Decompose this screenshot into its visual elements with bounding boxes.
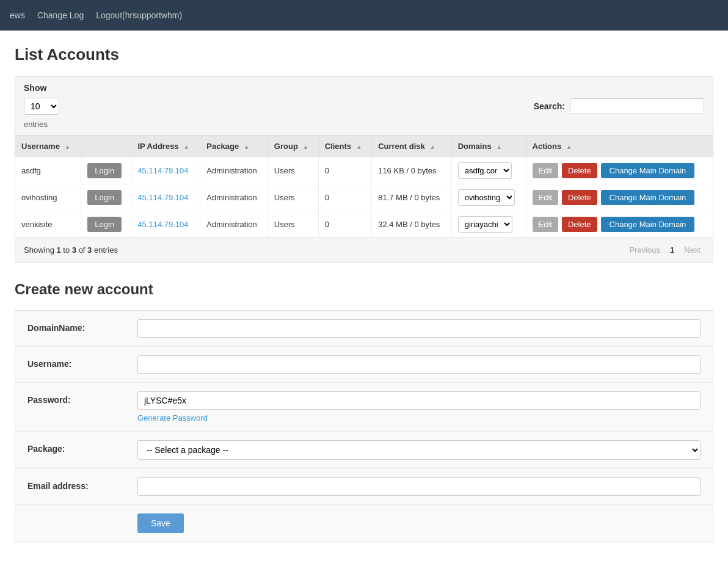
login-button-1[interactable]: Login (87, 190, 122, 205)
showing-total: 3 (87, 245, 92, 255)
col-domains[interactable]: Domains ▲ (451, 136, 526, 158)
nav-changelog[interactable]: Change Log (37, 10, 84, 20)
domain-select-2[interactable]: giriayachi (458, 216, 512, 233)
search-input[interactable] (570, 98, 704, 114)
cell-package-2: Administration (200, 211, 268, 238)
cell-ip-2: 45.114.79.104 (131, 211, 200, 238)
next-button[interactable]: Next (680, 244, 704, 256)
cell-domains-2: giriayachi (451, 211, 526, 238)
change-domain-button-1[interactable]: Change Main Domain (601, 190, 695, 205)
sort-arrow-package: ▲ (244, 143, 250, 150)
cell-group-1: Users (268, 184, 318, 211)
generate-password-link[interactable]: Generate Password (137, 413, 701, 422)
cell-username-0: asdfg (15, 158, 81, 184)
table-row: asdfg Login 45.114.79.104 Administration… (15, 158, 713, 184)
save-button[interactable]: Save (137, 513, 184, 533)
col-package[interactable]: Package ▲ (200, 136, 268, 158)
cell-login-1: Login (81, 184, 131, 211)
change-domain-button-0[interactable]: Change Main Domain (601, 163, 695, 178)
password-field: Generate Password (137, 391, 701, 422)
nav-ews[interactable]: ews (10, 10, 25, 20)
form-row-email: Email address: (15, 469, 713, 505)
username-form-field (137, 355, 701, 374)
cell-username-2: venkisite (15, 211, 81, 238)
sort-arrow-group: ▲ (302, 143, 308, 150)
entries-label: entries (24, 120, 48, 129)
cell-ip-0: 45.114.79.104 (131, 158, 200, 184)
showing-start: 1 (56, 245, 60, 255)
package-field: -- Select a package -- (137, 440, 701, 460)
edit-button-2[interactable]: Edit (533, 217, 558, 232)
col-username[interactable]: Username ▲ (15, 136, 81, 158)
show-label: Show (24, 83, 46, 93)
username-form-input[interactable] (137, 355, 701, 374)
col-group[interactable]: Group ▲ (268, 136, 318, 158)
cell-clients-0: 0 (318, 158, 372, 184)
form-row-save: Save (15, 505, 713, 542)
cell-domains-1: ovihosting (451, 184, 526, 211)
login-button-0[interactable]: Login (87, 163, 122, 178)
login-button-2[interactable]: Login (87, 217, 122, 232)
ip-link-1[interactable]: 45.114.79.104 (137, 193, 188, 202)
cell-actions-0: Edit Delete Change Main Domain (526, 158, 713, 184)
col-ip[interactable]: IP Address ▲ (131, 136, 200, 158)
change-domain-button-2[interactable]: Change Main Domain (601, 217, 695, 232)
cell-disk-1: 81.7 MB / 0 bytes (372, 184, 452, 211)
email-input[interactable] (137, 477, 701, 496)
accounts-table: Username ▲ IP Address ▲ Package ▲ Group … (15, 136, 713, 237)
table-row: ovihosting Login 45.114.79.104 Administr… (15, 184, 713, 211)
actions-cell-2: Edit Delete Change Main Domain (533, 217, 707, 232)
form-row-domain: DomainName: (15, 311, 713, 347)
create-account-title: Create new account (15, 281, 713, 298)
package-label: Package: (27, 440, 137, 454)
sort-arrow-disk: ▲ (429, 143, 435, 150)
package-select[interactable]: -- Select a package -- (137, 440, 701, 460)
password-input[interactable] (137, 391, 701, 410)
edit-button-1[interactable]: Edit (533, 190, 558, 205)
col-clients[interactable]: Clients ▲ (318, 136, 372, 158)
table-header-row: Username ▲ IP Address ▲ Package ▲ Group … (15, 136, 713, 158)
ip-link-0[interactable]: 45.114.79.104 (137, 166, 188, 175)
cell-package-1: Administration (200, 184, 268, 211)
pagination-controls: Previous 1 Next (625, 244, 704, 256)
sort-arrow-domains: ▲ (496, 143, 502, 150)
sort-arrow-actions: ▲ (566, 143, 572, 150)
accounts-table-section: Show 10 25 50 100 entries Search: Userna… (15, 76, 713, 263)
search-label: Search: (534, 101, 565, 111)
edit-button-0[interactable]: Edit (533, 163, 558, 178)
prev-button[interactable]: Previous (625, 244, 664, 256)
form-row-username: Username: (15, 347, 713, 383)
cell-clients-2: 0 (318, 211, 372, 238)
cell-ip-1: 45.114.79.104 (131, 184, 200, 211)
showing-end: 3 (72, 245, 76, 255)
top-navigation: ews Change Log Logout(hrsupportwhm) (0, 0, 728, 31)
delete-button-2[interactable]: Delete (562, 217, 597, 232)
col-login (81, 136, 131, 158)
cell-package-0: Administration (200, 158, 268, 184)
cell-disk-2: 32.4 MB / 0 bytes (372, 211, 452, 238)
col-disk[interactable]: Current disk ▲ (372, 136, 452, 158)
ip-link-2[interactable]: 45.114.79.104 (137, 220, 188, 229)
cell-login-0: Login (81, 158, 131, 184)
search-box: Search: (534, 98, 704, 114)
save-spacer (27, 513, 137, 517)
domain-select-1[interactable]: ovihosting (458, 189, 515, 206)
cell-actions-1: Edit Delete Change Main Domain (526, 184, 713, 211)
cell-domains-0: asdfg.cor (451, 158, 526, 184)
username-form-label: Username: (27, 355, 137, 369)
main-content: List Accounts Show 10 25 50 100 entries … (0, 31, 728, 569)
delete-button-1[interactable]: Delete (562, 190, 597, 205)
sort-arrow-username: ▲ (64, 143, 70, 150)
delete-button-0[interactable]: Delete (562, 163, 597, 178)
domain-input[interactable] (137, 319, 701, 338)
table-controls: Show 10 25 50 100 entries Search: (15, 77, 713, 136)
nav-logout[interactable]: Logout(hrsupportwhm) (96, 10, 182, 20)
form-row-password: Password: Generate Password (15, 383, 713, 432)
domain-select-0[interactable]: asdfg.cor (458, 162, 512, 179)
cell-login-2: Login (81, 211, 131, 238)
show-entries-control: Show 10 25 50 100 entries (24, 83, 59, 129)
show-entries-select[interactable]: 10 25 50 100 (24, 98, 59, 115)
form-row-package: Package: -- Select a package -- (15, 432, 713, 469)
col-actions[interactable]: Actions ▲ (526, 136, 713, 158)
create-account-form: DomainName: Username: Password: Generate… (15, 310, 713, 542)
